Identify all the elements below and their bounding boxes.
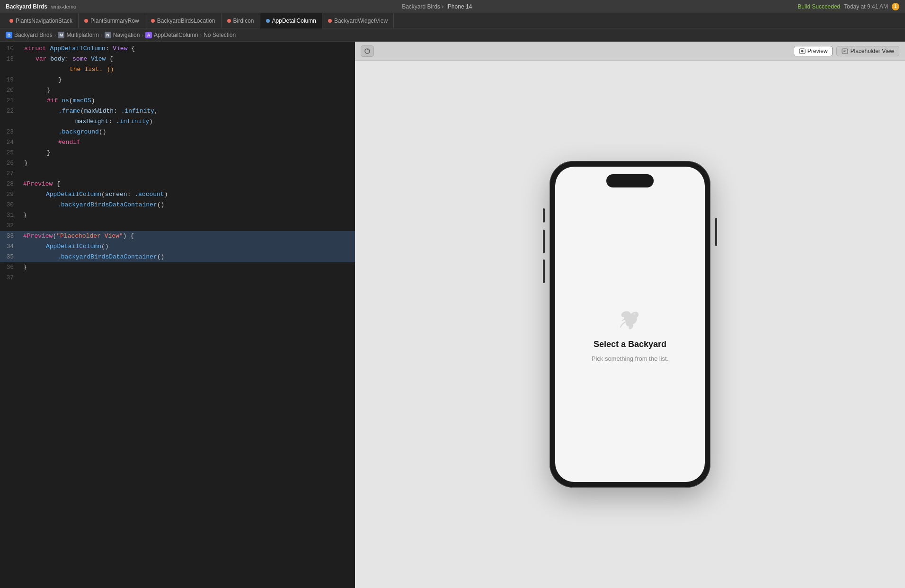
build-status: Build Succeeded <box>798 3 840 10</box>
line-num-28: 28 <box>0 179 21 189</box>
line-content-34: AppDetailColumn() <box>23 241 355 252</box>
line-num-26: 26 <box>0 158 21 169</box>
placeholder-content: Select a Backyard Pick something from th… <box>592 305 669 362</box>
tab-app-detail[interactable]: AppDetailColumn <box>260 13 322 28</box>
line-content-31: } <box>23 210 355 221</box>
tab-bird-icon[interactable]: BirdIcon <box>222 13 260 28</box>
line-content-33: #Preview("Placeholder View") { <box>23 231 355 241</box>
line-num-30: 30 <box>0 200 21 210</box>
top-bar-left: Backyard Birds wnix-demo <box>6 3 76 10</box>
top-bar: Backyard Birds wnix-demo Backyard Birds … <box>0 0 905 13</box>
line-content-35: .backyardBirdsDataContainer() <box>23 252 355 262</box>
tab-label-plants-nav: PlantsNavigationStack <box>16 18 72 24</box>
code-line-comment: the list. )) <box>0 64 355 75</box>
line-content-22b: maxHeight: .infinity) <box>24 116 355 127</box>
phone-vol-button-2 <box>543 230 545 253</box>
line-num-37: 37 <box>0 273 21 283</box>
line-content-21: #if os(macOS) <box>24 96 355 106</box>
tab-dot-backyard-widget <box>328 19 332 23</box>
code-line-27: 27 <box>0 169 355 179</box>
tab-dot-app-detail <box>266 19 270 23</box>
code-line-22b: maxHeight: .infinity) <box>0 116 355 127</box>
code-line-36: 36 } <box>0 262 355 273</box>
svg-point-3 <box>801 50 803 52</box>
breadcrumb-label-ns: No Selection <box>204 32 236 38</box>
line-num-19: 19 <box>0 75 21 85</box>
breadcrumb-label-bb: Backyard Birds <box>14 32 53 38</box>
tab-plant-summary[interactable]: PlantSummaryRow <box>79 13 145 28</box>
placeholder-view-button-label: Placeholder View <box>850 48 894 54</box>
breadcrumb-backyard-birds[interactable]: B Backyard Birds <box>6 32 53 38</box>
line-num-23: 23 <box>0 127 21 137</box>
code-line-35: 35 .backyardBirdsDataContainer() <box>0 252 355 262</box>
tab-location[interactable]: BackyardBirdsLocation <box>145 13 222 28</box>
preview-content: Select a Backyard Pick something from th… <box>355 61 905 588</box>
code-line-34: 34 AppDetailColumn() <box>0 241 355 252</box>
preview-toolbar: Preview Placeholder View <box>355 42 905 61</box>
line-num-34: 34 <box>0 241 21 252</box>
top-bar-right: Build Succeeded Today at 9:41 AM 1 <box>798 3 899 10</box>
tab-bar: PlantsNavigationStack PlantSummaryRow Ba… <box>0 13 905 28</box>
breadcrumb-sep-4: › <box>200 32 202 38</box>
tab-label-bird-icon: BirdIcon <box>233 18 254 24</box>
tab-plants-nav[interactable]: PlantsNavigationStack <box>4 13 79 28</box>
code-line-25: 25 } <box>0 148 355 158</box>
code-line-30: 30 .backyardBirdsDataContainer() <box>0 200 355 210</box>
line-content-29: AppDetailColumn(screen: .account) <box>23 189 355 200</box>
svg-point-7 <box>634 313 636 315</box>
build-time: Today at 9:41 AM <box>844 3 888 10</box>
code-line-32: 32 <box>0 221 355 231</box>
line-content-26: } <box>24 158 355 169</box>
line-num-31: 31 <box>0 210 21 221</box>
tab-dot-plant-summary <box>84 19 88 23</box>
line-content-comment: the list. )) <box>24 64 355 75</box>
tab-backyard-widget[interactable]: BackyardWidgetView <box>322 13 394 28</box>
line-num-32: 32 <box>0 221 21 231</box>
breadcrumb-app-detail-col[interactable]: A AppDetailColumn <box>145 32 198 38</box>
tab-label-location: BackyardBirdsLocation <box>157 18 215 24</box>
code-line-24: 24 #endif <box>0 137 355 148</box>
phone-subtitle: Pick something from the list. <box>592 355 669 362</box>
breadcrumb-icon-nav: N <box>105 32 111 38</box>
warning-badge[interactable]: 1 <box>892 3 899 10</box>
tab-dot-location <box>151 19 155 23</box>
breadcrumb-label-nav: Navigation <box>113 32 140 38</box>
code-line-21: 21 #if os(macOS) <box>0 96 355 106</box>
phone-frame: Select a Backyard Pick something from th… <box>550 161 710 488</box>
placeholder-view-button[interactable]: Placeholder View <box>836 46 899 56</box>
code-line-37: 37 <box>0 273 355 283</box>
line-content-13: var body: some View { <box>24 54 355 64</box>
phone-side-button <box>715 218 717 246</box>
code-line-19: 19 } <box>0 75 355 85</box>
code-line-33: 33 #Preview("Placeholder View") { <box>0 231 355 241</box>
line-num-29: 29 <box>0 189 21 200</box>
breadcrumb-navigation[interactable]: N Navigation <box>105 32 140 38</box>
line-num-10: 10 <box>0 44 21 54</box>
line-content-25: } <box>24 148 355 158</box>
preview-pin-button[interactable] <box>361 45 374 57</box>
preview-button-label: Preview <box>807 48 828 54</box>
phone-vol-button-3 <box>543 259 545 283</box>
code-line-28: 28 #Preview { <box>0 179 355 189</box>
placeholder-view-icon <box>842 48 848 54</box>
app-name: Backyard Birds <box>6 3 47 10</box>
line-num-35: 35 <box>0 252 21 262</box>
breadcrumb-icon-mp: M <box>58 32 64 38</box>
preview-button[interactable]: Preview <box>794 46 833 56</box>
line-content-30: .backyardBirdsDataContainer() <box>23 200 355 210</box>
breadcrumb-label-mp: Multiplatform <box>66 32 99 38</box>
line-content-10: struct AppDetailColumn: View { <box>24 44 355 54</box>
code-lines: 10 struct AppDetailColumn: View { 13 var… <box>0 42 355 588</box>
breadcrumb-sep-1: › <box>54 32 56 38</box>
breadcrumb-multiplatform[interactable]: M Multiplatform <box>58 32 99 38</box>
line-content-22: .frame(maxWidth: .infinity, <box>24 106 355 116</box>
line-num-20: 20 <box>0 85 21 96</box>
code-line-22: 22 .frame(maxWidth: .infinity, <box>0 106 355 116</box>
line-num-27: 27 <box>0 169 21 179</box>
scheme-name: wnix-demo <box>51 4 76 9</box>
code-editor[interactable]: 10 struct AppDetailColumn: View { 13 var… <box>0 42 355 588</box>
breadcrumb-sep-3: › <box>142 32 143 38</box>
line-num-36: 36 <box>0 262 21 273</box>
breadcrumb-bar: B Backyard Birds › M Multiplatform › N N… <box>0 28 905 42</box>
line-content-24: #endif <box>24 137 355 148</box>
